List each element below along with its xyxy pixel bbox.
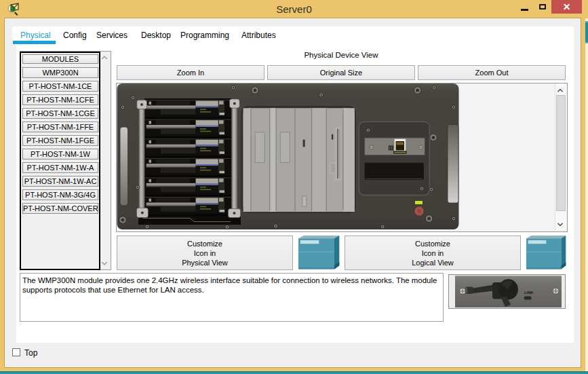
svg-text:LINK: LINK (524, 291, 534, 295)
